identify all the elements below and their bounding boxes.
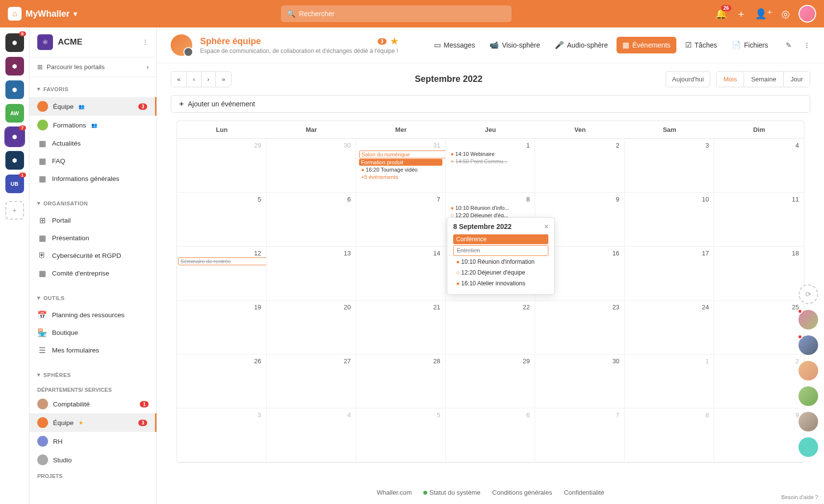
rail-item[interactable]: UB1 <box>5 175 24 193</box>
sidebar-item[interactable]: 📅Planning des ressources <box>29 306 156 324</box>
nav-prev[interactable]: ‹ <box>187 72 201 87</box>
tab-événements[interactable]: ▦Événements <box>617 37 676 53</box>
invite-icon[interactable]: 👤⁺ <box>755 8 772 20</box>
calendar-cell[interactable]: 29 <box>446 354 536 408</box>
calendar-cell[interactable]: 19 <box>177 301 267 354</box>
calendar-cell[interactable]: 7 <box>535 408 625 462</box>
calendar-cell[interactable]: 24 <box>625 301 715 354</box>
rail-item[interactable]: ⬢9 <box>5 33 24 52</box>
help-icon[interactable]: ◎ <box>781 8 790 20</box>
calendar-cell[interactable]: 18 <box>714 247 804 301</box>
section-favoris[interactable]: ▾ FAVORIS <box>29 81 156 97</box>
calendar-cell[interactable]: 10 <box>625 193 715 247</box>
sidebar-item[interactable]: RH <box>29 432 156 451</box>
calendar-cell[interactable]: 114:10 Webinaire14:50 Point Commu... <box>446 139 536 193</box>
event[interactable]: 14:10 Webinaire <box>449 151 532 157</box>
presence-user[interactable] <box>798 361 818 380</box>
calendar-cell[interactable]: 30 <box>535 354 625 408</box>
sidebar-item[interactable]: Équipe👥3 <box>29 97 156 116</box>
calendar-cell[interactable]: 23 <box>535 301 625 354</box>
tab-tâches[interactable]: ☑Tâches <box>679 37 723 53</box>
calendar-cell[interactable]: 22 <box>446 301 536 354</box>
browse-portals[interactable]: ⊞Parcourir les portails › <box>29 57 156 77</box>
sidebar-item[interactable]: 🏪Boutique <box>29 324 156 341</box>
calendar-cell[interactable]: 6 <box>267 193 357 247</box>
calendar-cell[interactable]: 6 <box>446 408 536 462</box>
star-icon[interactable]: ★ <box>390 36 398 47</box>
footer-status[interactable]: Statut du système <box>423 489 480 496</box>
rail-item[interactable]: ⬢7 <box>5 127 24 146</box>
view-mois[interactable]: Mois <box>717 72 744 87</box>
calendar-cell[interactable]: 20 <box>267 301 357 354</box>
calendar-cell[interactable]: 12Séminaire de rentrée <box>177 247 267 301</box>
sidebar-item[interactable]: ⛨Cybersécurité et RGPD <box>29 247 156 264</box>
popover-event[interactable]: 10:10 Réunion d'information <box>453 257 548 267</box>
popover-event[interactable]: Conférence <box>453 234 548 244</box>
calendar-cell[interactable]: 21 <box>356 301 446 354</box>
presence-user[interactable] <box>798 335 818 355</box>
footer-privacy[interactable]: Confidentialité <box>564 489 604 496</box>
sidebar-item[interactable]: ▦Actualités <box>29 134 156 152</box>
sidebar-item[interactable]: Studio <box>29 451 156 469</box>
tab-messages[interactable]: ▭Messages <box>428 37 481 53</box>
calendar-cell[interactable]: 3 <box>625 139 715 193</box>
calendar-cell[interactable]: 1 <box>625 354 715 408</box>
search-input[interactable] <box>299 10 506 18</box>
sidebar-item[interactable]: ▦Présentation <box>29 229 156 247</box>
section-outils[interactable]: ▾ OUTILS <box>29 290 156 306</box>
event[interactable]: 16:20 Tournage vidéo <box>359 166 442 173</box>
presence-user[interactable] <box>798 310 818 329</box>
footer-site[interactable]: Whaller.com <box>377 489 412 496</box>
footer-terms[interactable]: Conditions générales <box>492 489 552 496</box>
popover-event[interactable]: Entretien <box>453 245 548 256</box>
sidebar-item[interactable]: Équipe★3 <box>29 413 156 432</box>
more-icon[interactable]: ⋮ <box>803 41 810 49</box>
calendar-cell[interactable]: 2 <box>535 139 625 193</box>
presence-user[interactable] <box>798 386 818 406</box>
event-bar[interactable]: Séminaire de rentrée <box>178 257 267 265</box>
event[interactable]: 14:50 Point Commu... <box>449 158 532 165</box>
today-button[interactable]: Aujourd'hui <box>666 71 710 87</box>
rail-item[interactable]: AW <box>5 104 24 123</box>
sidebar-item[interactable]: Comptabilité1 <box>29 395 156 413</box>
event[interactable]: Salon du numérique <box>359 151 446 158</box>
calendar-cell[interactable]: 28 <box>356 354 446 408</box>
popover-event[interactable]: 16:10 Atelier innovations <box>453 278 548 288</box>
calendar-cell[interactable]: 11 <box>714 193 804 247</box>
view-semaine[interactable]: Semaine <box>744 72 783 87</box>
calendar-cell[interactable]: 30 <box>267 139 357 193</box>
close-icon[interactable]: × <box>544 223 548 230</box>
section-organisation[interactable]: ▾ ORGANISATION <box>29 195 156 211</box>
sidebar-item[interactable]: ▦Informations générales <box>29 170 156 187</box>
edit-icon[interactable]: ✎ <box>786 41 792 49</box>
calendar-cell[interactable]: 26 <box>177 354 267 408</box>
plus-icon[interactable]: ＋ <box>736 7 746 21</box>
calendar-cell[interactable]: 9 <box>714 408 804 462</box>
rail-item[interactable]: ⬢ <box>5 57 24 76</box>
tab-fichiers[interactable]: 📄Fichiers <box>726 37 774 53</box>
nav-first[interactable]: « <box>171 72 187 87</box>
calendar-cell[interactable]: 29 <box>177 139 267 193</box>
event[interactable]: Formation produit <box>359 159 442 166</box>
more-icon[interactable]: ⋮ <box>142 38 149 46</box>
calendar-cell[interactable]: 25 <box>714 301 804 354</box>
sidebar-item[interactable]: ▦Comité d'entreprise <box>29 264 156 282</box>
sidebar-item[interactable]: Formations👥 <box>29 116 156 134</box>
calendar-cell[interactable]: 14 <box>356 247 446 301</box>
brand[interactable]: ⌂ MyWhaller ▾ <box>8 7 77 21</box>
help-link[interactable]: Besoin d'aide ? <box>781 494 818 500</box>
calendar-cell[interactable]: 4 <box>714 139 804 193</box>
calendar-cell[interactable]: 5 <box>177 193 267 247</box>
calendar-cell[interactable]: 2 <box>714 354 804 408</box>
rail-item[interactable]: ⬢ <box>5 151 24 170</box>
calendar-cell[interactable]: 4 <box>267 408 357 462</box>
bell-icon[interactable]: 🔔26 <box>715 8 727 20</box>
view-jour[interactable]: Jour <box>784 72 810 87</box>
avatar[interactable] <box>798 5 816 23</box>
more-events[interactable]: +5 événements <box>359 174 442 180</box>
section-spheres[interactable]: ▾ SPHÈRES <box>29 367 156 383</box>
sidebar-item[interactable]: ▦FAQ <box>29 152 156 170</box>
chevron-down-icon[interactable]: ▾ <box>74 10 77 18</box>
rail-item[interactable]: ⬢ <box>5 80 24 99</box>
nav-last[interactable]: » <box>216 72 231 87</box>
